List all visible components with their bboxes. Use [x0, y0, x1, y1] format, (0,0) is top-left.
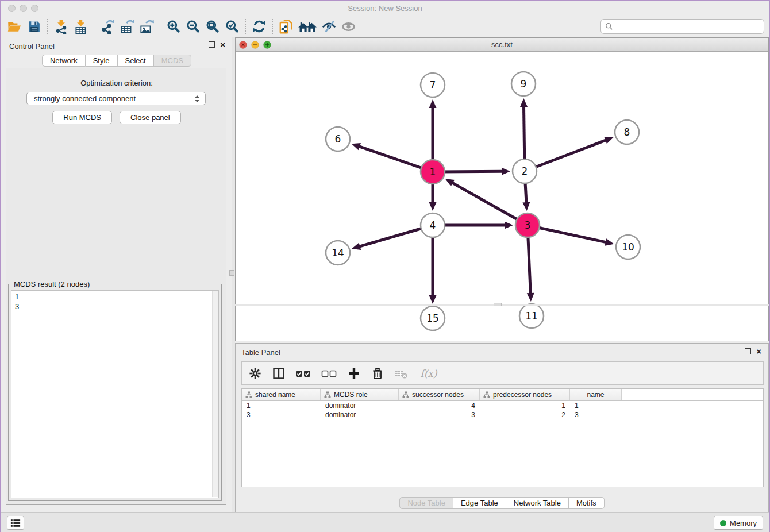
- table-cell[interactable]: 3: [242, 411, 321, 419]
- tab-motifs[interactable]: Motifs: [569, 497, 605, 509]
- tab-edge-table[interactable]: Edge Table: [453, 497, 506, 509]
- table-cell[interactable]: 3: [399, 411, 480, 419]
- graph-edge-arrowhead: [352, 243, 361, 250]
- tab-network-table[interactable]: Network Table: [506, 497, 569, 509]
- splitter-grip[interactable]: [229, 270, 234, 276]
- column-header-shared-name[interactable]: shared name: [242, 389, 321, 400]
- close-panel-icon[interactable]: ×: [220, 41, 225, 48]
- tab-select[interactable]: Select: [118, 55, 154, 67]
- table-cell[interactable]: 1: [480, 402, 570, 410]
- show-graphics-details-button[interactable]: [338, 18, 358, 35]
- graph-edge-arrowhead: [522, 202, 530, 211]
- memory-button[interactable]: Memory: [714, 516, 763, 530]
- network-canvas[interactable]: 1234678910111415: [236, 52, 768, 341]
- graph-node-label: 11: [525, 310, 538, 322]
- column-header-predecessor-nodes[interactable]: predecessor nodes: [480, 389, 570, 400]
- clone-network-button[interactable]: [276, 18, 296, 35]
- column-type-icon: [483, 391, 490, 398]
- graph-edge-3-1[interactable]: [451, 182, 528, 225]
- graph-edge-arrowhead: [429, 202, 437, 211]
- table-cell[interactable]: dominator: [321, 402, 399, 410]
- close-panel-icon[interactable]: ×: [756, 348, 761, 354]
- eye-icon: [341, 19, 356, 34]
- mcds-result-list[interactable]: 13: [11, 290, 219, 498]
- table-row[interactable]: 3dominator323: [242, 410, 763, 419]
- table-cell[interactable]: 4: [399, 402, 480, 410]
- table-cell[interactable]: 1: [242, 402, 321, 410]
- table-cell[interactable]: 2: [480, 411, 570, 419]
- main-toolbar: [1, 16, 769, 37]
- graph-node-label: 7: [430, 79, 436, 91]
- run-mcds-button[interactable]: Run MCDS: [52, 111, 112, 124]
- network-graph[interactable]: 1234678910111415: [236, 52, 768, 341]
- graph-node-label: 14: [332, 247, 344, 259]
- graph-node-label: 2: [522, 165, 528, 177]
- tab-style[interactable]: Style: [86, 55, 118, 67]
- refresh-view-button[interactable]: [249, 18, 269, 35]
- clone-network-icon: [278, 18, 294, 34]
- search-input[interactable]: [616, 21, 764, 32]
- graph-node-label: 8: [624, 126, 630, 138]
- splitter-grip[interactable]: [494, 303, 502, 306]
- column-header-name[interactable]: name: [570, 389, 622, 400]
- control-panel: Control Panel × NetworkStyleSelectMCDS O…: [1, 37, 232, 512]
- export-image-button[interactable]: [137, 18, 156, 35]
- status-bar: Memory: [1, 512, 769, 532]
- zoom-in-button[interactable]: [164, 18, 183, 35]
- column-header-successor-nodes[interactable]: successor nodes: [399, 389, 480, 400]
- horizontal-splitter[interactable]: [235, 304, 769, 306]
- control-panel-title: Control Panel: [9, 42, 55, 51]
- window-title: Session: New Session: [1, 4, 769, 13]
- plus-icon: [348, 367, 360, 380]
- task-history-button[interactable]: [7, 516, 24, 530]
- graph-node-label: 1: [430, 166, 436, 178]
- tab-node-table[interactable]: Node Table: [399, 497, 453, 509]
- column-type-icon: [402, 391, 409, 398]
- table-cell[interactable]: dominator: [321, 411, 399, 419]
- float-panel-icon[interactable]: [745, 348, 751, 354]
- optimization-criterion-dropdown[interactable]: strongly connected component: [26, 92, 206, 105]
- create-column-button[interactable]: [346, 366, 361, 381]
- show-column-panel-button[interactable]: [271, 366, 286, 381]
- save-icon: [27, 20, 41, 34]
- export-table-button[interactable]: [117, 18, 137, 35]
- hide-graphics-details-button[interactable]: [319, 18, 338, 35]
- close-panel-button[interactable]: Close panel: [120, 111, 181, 124]
- graph-edge-arrowhead: [505, 222, 513, 229]
- export-network-icon: [100, 19, 116, 34]
- table-settings-button[interactable]: [248, 366, 263, 381]
- table-cell[interactable]: 1: [570, 402, 622, 410]
- eye-slash-icon: [321, 19, 337, 34]
- import-network-button[interactable]: [51, 18, 71, 35]
- unselect-all-columns-button[interactable]: [321, 366, 338, 381]
- import-table-button[interactable]: [71, 18, 90, 35]
- trash-icon: [371, 367, 384, 380]
- tab-network[interactable]: Network: [42, 55, 86, 67]
- save-session-button[interactable]: [24, 18, 44, 35]
- table-cell[interactable]: 3: [570, 411, 622, 419]
- select-all-columns-button[interactable]: [295, 366, 312, 381]
- node-table: shared nameMCDS rolesuccessor nodesprede…: [241, 388, 764, 487]
- mcds-result-title: MCDS result (2 nodes): [12, 280, 91, 288]
- memory-label: Memory: [730, 519, 757, 527]
- float-panel-icon[interactable]: [209, 41, 215, 48]
- home-button[interactable]: [296, 18, 319, 35]
- zoom-out-button[interactable]: [183, 18, 203, 35]
- table-row[interactable]: 1dominator411: [242, 401, 763, 410]
- graph-edge-arrowhead: [527, 293, 534, 302]
- column-header-MCDS-role[interactable]: MCDS role: [321, 389, 399, 400]
- delete-column-button[interactable]: [370, 366, 385, 381]
- result-scrollbar[interactable]: [212, 291, 218, 497]
- graph-edge-2-8[interactable]: [525, 140, 607, 171]
- export-table-icon: [120, 19, 135, 34]
- result-line: 3: [15, 302, 215, 311]
- delete-table-button: [394, 366, 409, 381]
- search-field[interactable]: [600, 19, 764, 34]
- open-file-button[interactable]: [5, 18, 24, 35]
- tab-mcds[interactable]: MCDS: [154, 55, 191, 67]
- export-network-button[interactable]: [98, 18, 117, 35]
- column-header-label: shared name: [255, 391, 295, 399]
- zoom-fit-button[interactable]: [203, 18, 222, 35]
- graph-edge-arrowhead: [605, 238, 614, 246]
- zoom-selected-button[interactable]: [222, 18, 242, 35]
